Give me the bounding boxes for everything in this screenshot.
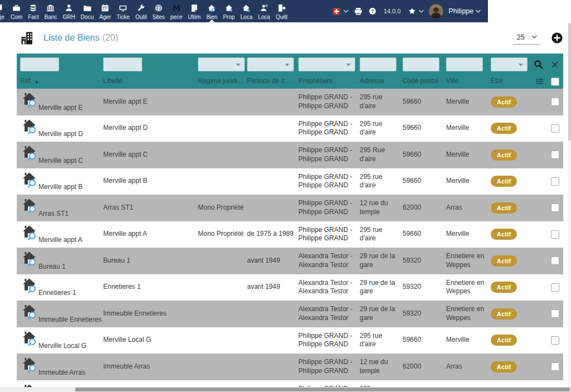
row-checkbox[interactable] [551, 283, 559, 292]
vertical-scrollbar[interactable] [568, 22, 571, 388]
print-button[interactable] [354, 7, 363, 16]
table-row[interactable]: Immeuble Arras Immeuble Arras Philippe G… [17, 354, 563, 380]
nav-item[interactable]: Loca [255, 0, 273, 22]
nav-item[interactable]: je [0, 0, 8, 22]
cell-ref[interactable]: Merville appt B [20, 168, 103, 195]
horizontal-scrollbar-thumb[interactable] [75, 388, 570, 391]
nav-item[interactable]: Ager [96, 0, 114, 22]
filter-regime-select[interactable] [198, 57, 245, 71]
table-row[interactable]: Merville appt E Merville appt E Philippe… [17, 89, 563, 115]
nav-item[interactable]: Fact [25, 0, 41, 22]
filter-adresse-input[interactable] [360, 57, 396, 71]
cell-checkbox [530, 283, 563, 292]
row-checkbox[interactable] [551, 98, 559, 106]
cell-code-postal: 59320 [403, 283, 446, 292]
horizontal-scrollbar[interactable] [0, 387, 571, 392]
nav-item[interactable]: Ultim [185, 0, 204, 22]
cell-ref[interactable]: Merville appt E [20, 89, 103, 115]
table-row[interactable]: Merville appt C Merville appt C Philippe… [17, 142, 563, 168]
cell-ref[interactable]: Merville appt D [20, 115, 103, 142]
column-libelle[interactable]: Libellé [103, 77, 198, 86]
row-checkbox[interactable] [551, 177, 559, 186]
swiss-flag-icon [332, 7, 341, 16]
list-view-icon[interactable] [535, 77, 544, 86]
filter-etat-select[interactable] [491, 57, 528, 71]
cell-ref[interactable] [20, 380, 103, 388]
language-flag-button[interactable] [332, 7, 349, 16]
row-checkbox[interactable] [551, 257, 559, 265]
row-checkbox[interactable] [551, 151, 559, 159]
column-ville[interactable]: Ville [446, 77, 491, 86]
cell-ref[interactable]: Merville appt C [20, 142, 103, 168]
table-row[interactable]: Merville appt D Merville appt D Philippe… [17, 115, 563, 142]
table-row[interactable]: Bureau 1 Bureau 1 avant 1949 Alexandra T… [17, 248, 563, 274]
help-button[interactable] [368, 7, 377, 16]
select-all-checkbox[interactable] [551, 78, 559, 86]
add-property-button[interactable] [551, 32, 563, 44]
cell-ref[interactable]: Merville Local G [20, 327, 103, 354]
cell-ref[interactable]: Arras ST1 [20, 195, 103, 221]
row-checkbox[interactable] [551, 309, 559, 318]
status-badge: Actif [491, 149, 517, 161]
table-row[interactable]: Immeuble Ennetieres Immeuble Ennetieres … [17, 301, 563, 327]
version-label: 14.0.0 [384, 8, 401, 14]
cell-code-postal: 59320 [403, 257, 446, 265]
table-row[interactable]: Arras ST1 Arras ST1 Mono Propriété Phili… [17, 195, 563, 221]
nav-item[interactable]: Ticke [114, 0, 133, 22]
nav-item[interactable]: Banc [42, 0, 60, 22]
cell-ref[interactable]: Immeuble Ennetieres [20, 301, 103, 327]
chevron-down-icon [343, 9, 349, 13]
vertical-scrollbar-thumb[interactable] [568, 23, 571, 141]
status-badge: Actif [491, 335, 517, 346]
column-adresse[interactable]: Adresse [360, 77, 403, 86]
table-header: Réf.▲ Libellé Régime juridi... Période d… [17, 54, 563, 89]
nav-item[interactable]: Com [8, 0, 25, 22]
nav-item[interactable]: Quitt [273, 0, 290, 22]
nav-item[interactable]: Sites [149, 0, 167, 22]
column-ref[interactable]: Réf.▲ [20, 77, 103, 86]
nav-item[interactable]: Bien [204, 0, 220, 22]
page-size-select[interactable]: 25 [513, 31, 540, 45]
nav-item[interactable]: Prop [220, 0, 238, 22]
row-checkbox[interactable] [551, 124, 559, 133]
nav-item[interactable]: GRH [60, 0, 78, 22]
column-proprietaire[interactable]: Propriétaire [298, 77, 360, 86]
clear-filters-button[interactable] [551, 61, 559, 69]
column-regime[interactable]: Régime juridi... [198, 77, 247, 86]
nav-item[interactable]: Docu [78, 0, 96, 22]
filter-periode-select[interactable] [247, 57, 294, 71]
table-row[interactable]: Merville appt B Merville appt B Philippe… [17, 168, 563, 195]
filter-ville-input[interactable] [446, 57, 483, 71]
cell-ref[interactable]: Bureau 1 [20, 248, 103, 274]
filter-proprietaire-select[interactable] [298, 57, 355, 71]
table-row[interactable]: Ennetieres 1 Ennetieres 1 avant 1949 Ale… [17, 274, 563, 301]
search-button[interactable] [533, 59, 544, 70]
filter-ref-input[interactable] [20, 57, 59, 71]
user-menu[interactable]: Philippe [429, 4, 481, 18]
row-checkbox[interactable] [551, 362, 559, 371]
cell-code-postal: 59660 [403, 177, 446, 186]
filter-libelle-input[interactable] [103, 57, 142, 71]
house-search-icon [207, 3, 216, 13]
column-etat[interactable]: État [491, 77, 530, 86]
cell-ref[interactable]: Merville appt A [20, 221, 103, 248]
nav-item[interactable]: Loca [238, 0, 255, 22]
cell-libelle: Bureau 1 [103, 257, 198, 265]
table-row[interactable]: Merville Local G Merville Local G Philip… [17, 327, 563, 354]
table-row[interactable]: Merville appt A Merville appt A Mono Pro… [17, 221, 563, 248]
nav-item[interactable]: Outil [133, 0, 150, 22]
row-checkbox[interactable] [551, 204, 559, 212]
column-code-postal[interactable]: Code postal [403, 77, 446, 86]
cell-checkbox [530, 151, 563, 159]
cell-ville: Arras [446, 204, 491, 212]
filter-code-postal-input[interactable] [403, 57, 439, 71]
nav-item[interactable]: pece [167, 0, 185, 22]
cell-etat: Actif [491, 308, 530, 320]
favorites-button[interactable] [408, 7, 424, 16]
cell-ref[interactable]: Immeuble Arras [20, 354, 103, 380]
table-row[interactable]: Philippe GRAND - Philippe GRAND 295 rue … [17, 380, 563, 388]
row-checkbox[interactable] [551, 230, 559, 239]
column-periode[interactable]: Période de c... [247, 77, 298, 86]
cell-ref[interactable]: Ennetieres 1 [20, 274, 103, 301]
row-checkbox[interactable] [551, 336, 559, 345]
